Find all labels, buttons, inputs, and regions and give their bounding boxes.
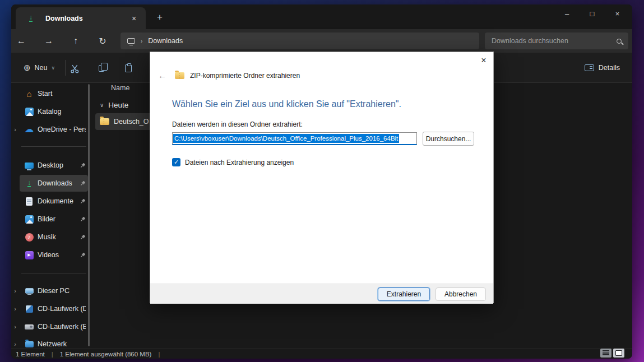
extract-button[interactable]: Extrahieren — [378, 287, 430, 301]
destination-path-input[interactable]: C:\Users\vboxuser\Downloads\Deutsch_Offi… — [172, 132, 417, 145]
this-pc-icon — [24, 288, 34, 294]
checkbox-checked-icon[interactable]: ✓ — [172, 158, 180, 166]
group-row-heute[interactable]: ∨ Heute — [100, 101, 128, 109]
maximize-button[interactable]: □ — [580, 4, 605, 22]
dialog-header: ← ZIP-komprimierte Ordner extrahieren — [158, 71, 300, 80]
tab-title: Downloads — [45, 15, 128, 22]
navigation-bar: ← → ↑ ↻ › Downloads Downloads durchsuche… — [11, 29, 632, 53]
minimize-button[interactable]: – — [554, 4, 580, 22]
destination-path-selected-text: C:\Users\vboxuser\Downloads\Deutsch_Offi… — [173, 134, 399, 143]
music-icon: ♪ — [24, 233, 34, 242]
sidebar-item-dieser-pc[interactable]: › Dieser PC — [20, 282, 88, 299]
this-pc-icon — [127, 38, 135, 44]
chevron-right-icon[interactable]: › — [12, 341, 18, 347]
desktop-icon — [24, 163, 34, 169]
copy-button[interactable] — [94, 61, 109, 76]
details-label: Details — [599, 64, 620, 72]
close-button[interactable]: × — [605, 4, 630, 22]
dialog-close-button[interactable]: × — [476, 53, 491, 68]
cut-button[interactable] — [67, 61, 82, 76]
home-icon: ⌂ — [24, 89, 34, 99]
back-button[interactable]: ← — [15, 34, 28, 48]
documents-icon — [24, 197, 34, 206]
scissors-icon — [70, 64, 80, 73]
chevron-down-icon: ∨ — [52, 65, 55, 71]
browse-button[interactable]: Durchsuchen... — [423, 132, 474, 146]
show-files-checkbox-row[interactable]: ✓ Dateien nach Extrahierung anzeigen — [172, 158, 294, 166]
new-button-label: Neu — [35, 64, 48, 72]
column-header-name[interactable]: Name — [111, 84, 129, 92]
tab-strip: ↓ Downloads × + – □ × — [11, 4, 632, 29]
pictures-icon — [24, 215, 34, 224]
list-view-icon — [603, 350, 609, 356]
new-tab-button[interactable]: + — [152, 10, 167, 25]
search-icon — [617, 39, 622, 44]
network-icon — [24, 341, 34, 347]
sidebar-item-musik[interactable]: ♪ Musik — [20, 229, 88, 245]
status-separator: | — [158, 351, 160, 358]
sidebar-scrollbar[interactable] — [88, 84, 90, 346]
window-caption-buttons: – □ × — [554, 4, 630, 22]
zip-folder-icon — [100, 118, 109, 125]
search-placeholder: Downloads durchsuchen — [492, 37, 617, 45]
pin-icon — [80, 180, 86, 187]
status-item-count: 1 Element — [16, 351, 45, 358]
up-button[interactable]: ↑ — [69, 34, 82, 48]
destination-label: Dateien werden in diesen Ordner extrahie… — [172, 120, 303, 128]
sidebar-item-desktop[interactable]: Desktop — [20, 157, 88, 174]
address-bar[interactable]: › Downloads — [121, 33, 479, 49]
thumbnail-view-button[interactable] — [613, 349, 624, 358]
pin-icon — [80, 252, 86, 258]
paste-button[interactable] — [121, 61, 136, 76]
sidebar-item-cd-laufwerk-e[interactable]: › CD-Laufwerk (E: — [20, 318, 88, 335]
breadcrumb-chevron-icon: › — [141, 38, 142, 44]
sidebar-item-cd-laufwerk-d[interactable]: › CD-Laufwerk (D — [20, 300, 88, 317]
pin-icon — [80, 216, 86, 222]
zip-folder-icon — [175, 72, 184, 79]
dialog-title: ZIP-komprimierte Ordner extrahieren — [190, 72, 300, 80]
sidebar-divider — [21, 273, 86, 273]
chevron-right-icon[interactable]: › — [12, 126, 18, 133]
sidebar-item-videos[interactable]: ▶ Videos — [20, 247, 88, 263]
thumbnail-view-icon — [615, 350, 622, 356]
status-bar: 1 Element | 1 Element ausgewählt (860 MB… — [11, 349, 632, 359]
sidebar-divider — [21, 146, 86, 147]
breadcrumb-location[interactable]: Downloads — [148, 37, 183, 45]
forward-button[interactable]: → — [42, 34, 55, 48]
paste-icon — [125, 64, 132, 72]
details-view-button[interactable] — [600, 349, 611, 358]
checkbox-label: Dateien nach Extrahierung anzeigen — [185, 159, 294, 166]
chevron-right-icon[interactable]: › — [12, 305, 18, 312]
tab-downloads[interactable]: ↓ Downloads × — [16, 7, 146, 29]
new-button[interactable]: ⊕ Neu ∨ — [19, 60, 59, 76]
copy-icon — [99, 65, 104, 72]
dialog-heading: Wählen Sie ein Ziel aus und klicken Sie … — [172, 99, 401, 109]
search-box[interactable]: Downloads durchsuchen — [485, 33, 628, 49]
sidebar-item-start[interactable]: ⌂ Start — [20, 85, 88, 102]
chevron-right-icon[interactable]: › — [12, 323, 18, 330]
status-separator: | — [52, 351, 53, 358]
sidebar-item-onedrive[interactable]: › ☁ OneDrive - Pers — [20, 121, 88, 138]
sidebar-item-katalog[interactable]: Katalog — [20, 103, 88, 120]
status-selection-info: 1 Element ausgewählt (860 MB) — [60, 351, 152, 358]
tab-close-button[interactable]: × — [128, 12, 140, 25]
refresh-button[interactable]: ↻ — [96, 34, 109, 48]
extract-zip-dialog: × ← ZIP-komprimierte Ordner extrahieren … — [150, 52, 494, 303]
pin-icon — [80, 234, 86, 240]
chevron-right-icon[interactable]: › — [12, 287, 18, 294]
downloads-icon: ↓ — [24, 180, 34, 187]
gallery-icon — [24, 108, 34, 116]
videos-icon: ▶ — [24, 251, 34, 259]
sidebar-item-dokumente[interactable]: Dokumente — [20, 193, 88, 210]
dialog-back-button[interactable]: ← — [158, 71, 169, 80]
toolbar-divider — [65, 60, 66, 76]
sidebar-item-bilder[interactable]: Bilder — [20, 211, 88, 228]
dialog-footer: Extrahieren Abbrechen — [150, 284, 493, 304]
details-pane-button[interactable]: Details — [581, 60, 623, 76]
virtualbox-drive-icon — [24, 305, 34, 313]
plus-icon: ⊕ — [24, 63, 31, 73]
disc-drive-icon — [24, 324, 34, 329]
chevron-down-icon[interactable]: ∨ — [100, 102, 104, 108]
sidebar-item-downloads[interactable]: ↓ Downloads — [20, 175, 88, 192]
cancel-button[interactable]: Abbrechen — [435, 287, 486, 301]
